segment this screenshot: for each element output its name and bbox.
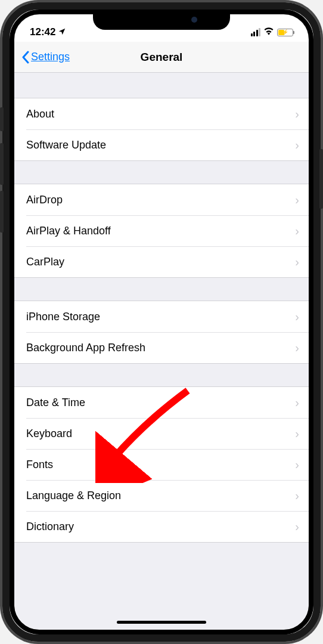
settings-item-keyboard[interactable]: Keyboard ›: [14, 418, 309, 449]
chevron-right-icon: ›: [295, 138, 299, 152]
settings-item-date-time[interactable]: Date & Time ›: [14, 387, 309, 418]
settings-group-4: Date & Time › Keyboard › Fonts › Languag…: [14, 386, 309, 543]
settings-item-carplay[interactable]: CarPlay ›: [14, 246, 309, 277]
settings-group-1: About › Software Update ›: [14, 98, 309, 161]
chevron-right-icon: ›: [295, 224, 299, 238]
item-label: Dictionary: [26, 521, 74, 533]
settings-item-dictionary[interactable]: Dictionary ›: [14, 511, 309, 542]
status-bar: 12:42 ⚡: [14, 14, 309, 42]
settings-group-3: iPhone Storage › Background App Refresh …: [14, 301, 309, 364]
chevron-right-icon: ›: [295, 341, 299, 355]
wifi-icon: [263, 26, 274, 38]
item-label: AirDrop: [26, 194, 63, 206]
settings-group-2: AirDrop › AirPlay & Handoff › CarPlay ›: [14, 184, 309, 278]
item-label: Language & Region: [26, 490, 121, 502]
chevron-right-icon: ›: [295, 489, 299, 503]
home-indicator[interactable]: [117, 621, 206, 624]
settings-item-airplay-handoff[interactable]: AirPlay & Handoff ›: [14, 215, 309, 246]
chevron-right-icon: ›: [295, 107, 299, 121]
cellular-signal-icon: [251, 28, 261, 36]
back-button[interactable]: Settings: [21, 51, 70, 64]
settings-item-airdrop[interactable]: AirDrop ›: [14, 184, 309, 215]
item-label: Fonts: [26, 459, 53, 471]
settings-item-background-app-refresh[interactable]: Background App Refresh ›: [14, 332, 309, 363]
back-label: Settings: [31, 51, 70, 63]
status-time: 12:42: [30, 26, 55, 38]
screen: 12:42 ⚡ Settings General About: [14, 14, 309, 630]
navigation-bar: Settings General: [14, 42, 309, 73]
settings-content[interactable]: About › Software Update › AirDrop › AirP…: [14, 73, 309, 630]
chevron-right-icon: ›: [295, 520, 299, 534]
item-label: Background App Refresh: [26, 342, 145, 354]
settings-item-about[interactable]: About ›: [14, 98, 309, 129]
chevron-right-icon: ›: [295, 396, 299, 410]
chevron-right-icon: ›: [295, 255, 299, 269]
item-label: iPhone Storage: [26, 311, 100, 323]
item-label: CarPlay: [26, 256, 64, 268]
chevron-right-icon: ›: [295, 310, 299, 324]
settings-item-language-region[interactable]: Language & Region ›: [14, 480, 309, 511]
battery-icon: ⚡: [277, 29, 293, 36]
item-label: About: [26, 108, 54, 120]
chevron-right-icon: ›: [295, 458, 299, 472]
chevron-left-icon: [21, 51, 29, 64]
settings-item-fonts[interactable]: Fonts ›: [14, 449, 309, 480]
item-label: Keyboard: [26, 428, 72, 440]
settings-item-iphone-storage[interactable]: iPhone Storage ›: [14, 301, 309, 332]
page-title: General: [141, 51, 183, 64]
location-services-icon: [58, 27, 66, 38]
chevron-right-icon: ›: [295, 193, 299, 207]
item-label: Software Update: [26, 139, 106, 151]
settings-item-software-update[interactable]: Software Update ›: [14, 129, 309, 160]
item-label: Date & Time: [26, 397, 85, 409]
chevron-right-icon: ›: [295, 427, 299, 441]
item-label: AirPlay & Handoff: [26, 225, 111, 237]
